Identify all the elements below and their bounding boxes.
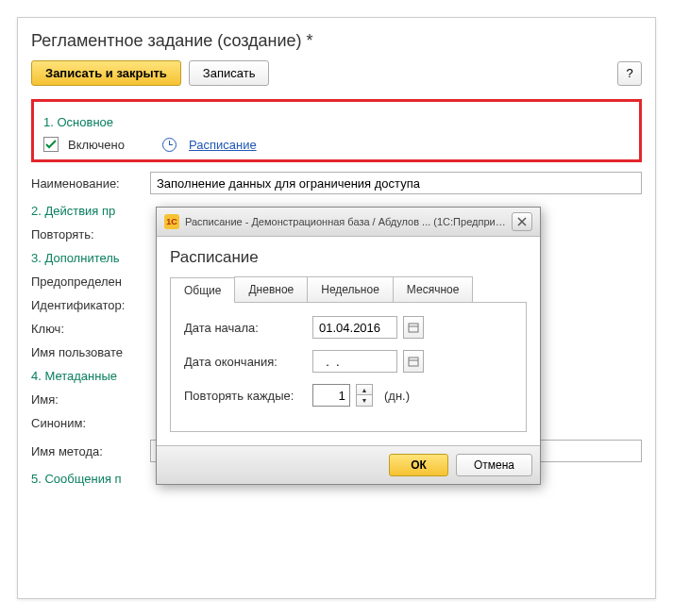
identifier-label: Идентификатор: — [31, 298, 144, 312]
repeat-unit-label: (дн.) — [384, 389, 410, 403]
calendar-icon — [408, 356, 419, 367]
help-button[interactable]: ? — [617, 61, 642, 86]
predefined-label: Предопределен — [31, 275, 144, 289]
enabled-checkbox[interactable] — [43, 137, 59, 152]
main-window: Регламентное задание (создание) * Записа… — [17, 17, 656, 599]
end-date-input[interactable] — [312, 350, 397, 373]
save-and-close-button[interactable]: Записать и закрыть — [31, 60, 181, 86]
dialog-heading: Расписание — [170, 248, 527, 267]
dialog-close-button[interactable] — [512, 212, 532, 231]
save-button[interactable]: Записать — [189, 60, 270, 86]
cancel-button[interactable]: Отмена — [456, 454, 532, 476]
name-input[interactable] — [150, 172, 642, 194]
svg-rect-2 — [409, 358, 418, 366]
schedule-dialog: 1С Расписание - Демонстрационная база / … — [156, 207, 541, 485]
spin-down-button[interactable]: ▼ — [357, 395, 372, 406]
clock-icon — [162, 138, 177, 152]
app-logo-icon: 1С — [164, 214, 179, 229]
start-date-input[interactable] — [312, 316, 397, 339]
check-icon — [45, 139, 57, 150]
repeat-label: Повторять: — [31, 227, 144, 241]
enabled-label: Включено — [68, 138, 125, 152]
dialog-titlebar[interactable]: 1С Расписание - Демонстрационная база / … — [157, 208, 540, 237]
end-date-label: Дата окончания: — [184, 355, 307, 369]
schedule-link[interactable]: Расписание — [189, 138, 257, 152]
username-label: Имя пользовате — [31, 345, 144, 359]
tab-content-general: Дата начала: Дата окончания: Повторять к… — [170, 303, 527, 432]
tab-daily[interactable]: Дневное — [234, 276, 308, 302]
start-date-label: Дата начала: — [184, 321, 307, 335]
synonym-label: Синоним: — [31, 416, 144, 430]
spin-up-button[interactable]: ▲ — [357, 385, 372, 395]
start-date-row: Дата начала: — [184, 316, 513, 339]
tab-weekly[interactable]: Недельное — [307, 276, 394, 302]
page-title: Регламентное задание (создание) * — [31, 31, 642, 51]
dialog-title: Расписание - Демонстрационная база / Абд… — [185, 216, 506, 227]
key-label: Ключ: — [31, 322, 144, 336]
section-1-header[interactable]: 1. Основное — [43, 115, 630, 129]
section-main-highlight: 1. Основное Включено Расписание — [31, 99, 642, 162]
close-icon — [517, 217, 527, 226]
svg-rect-0 — [409, 324, 418, 332]
repeat-spinner: ▲ ▼ — [356, 384, 373, 407]
enabled-row: Включено Расписание — [43, 137, 630, 152]
method-label: Имя метода: — [31, 444, 144, 458]
ok-button[interactable]: ОК — [389, 454, 448, 476]
end-date-row: Дата окончания: — [184, 350, 513, 373]
calendar-icon — [408, 322, 419, 333]
dialog-footer: ОК Отмена — [157, 445, 540, 484]
repeat-every-row: Повторять каждые: ▲ ▼ (дн.) — [184, 384, 513, 407]
imya-label: Имя: — [31, 392, 144, 407]
end-date-picker-button[interactable] — [403, 350, 424, 373]
toolbar: Записать и закрыть Записать ? — [31, 60, 642, 86]
repeat-every-input[interactable] — [312, 384, 350, 407]
dialog-body: Расписание Общие Дневное Недельное Месяч… — [157, 237, 540, 445]
name-row: Наименование: — [31, 172, 642, 194]
start-date-picker-button[interactable] — [403, 316, 424, 339]
tab-monthly[interactable]: Месячное — [393, 276, 474, 302]
name-label: Наименование: — [31, 176, 144, 191]
tab-general[interactable]: Общие — [170, 277, 235, 303]
tabs: Общие Дневное Недельное Месячное — [170, 276, 527, 303]
repeat-every-label: Повторять каждые: — [184, 389, 307, 403]
